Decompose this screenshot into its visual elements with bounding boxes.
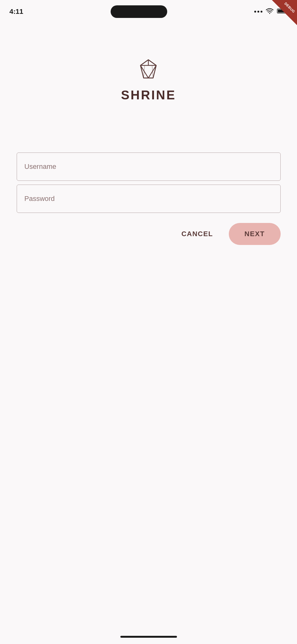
svg-line-4 [140, 60, 148, 65]
debug-banner: DEBUG [272, 0, 297, 25]
diamond-icon [136, 57, 161, 82]
username-input[interactable] [17, 153, 281, 181]
home-indicator [120, 636, 177, 638]
svg-line-5 [148, 60, 156, 65]
app-title: SHRINE [121, 88, 176, 102]
main-content: SHRINE CANCEL NEXT [0, 19, 297, 245]
password-input[interactable] [17, 185, 281, 213]
debug-label: DEBUG [284, 2, 296, 14]
status-pill [111, 5, 167, 18]
cancel-button[interactable]: CANCEL [175, 224, 219, 244]
status-time: 4:11 [9, 8, 23, 16]
logo-container: SHRINE [121, 57, 176, 102]
form-container: CANCEL NEXT [17, 153, 281, 245]
signal-icon [254, 11, 262, 13]
status-bar: 4:11 [0, 0, 297, 19]
buttons-row: CANCEL NEXT [17, 223, 281, 245]
next-button[interactable]: NEXT [229, 223, 281, 245]
